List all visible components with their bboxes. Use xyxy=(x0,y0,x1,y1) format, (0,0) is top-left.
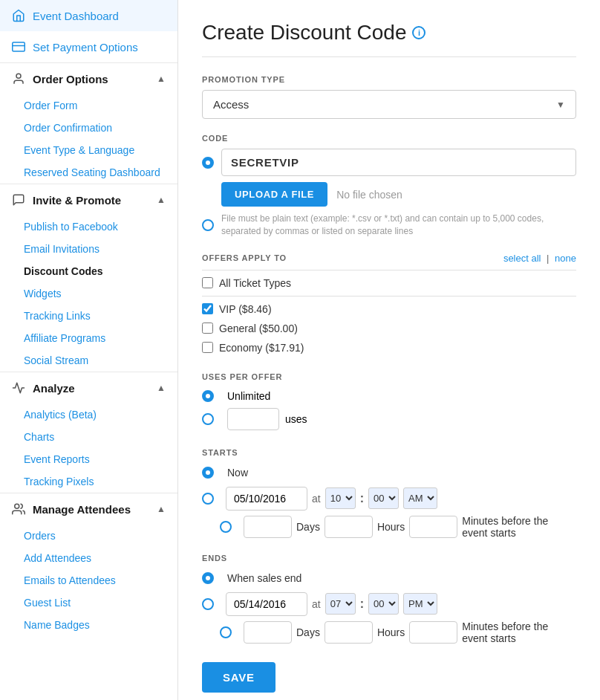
ticket-economy-checkbox[interactable] xyxy=(202,342,213,353)
chevron-up-icon-analyze: ▲ xyxy=(157,383,166,393)
add-attendees-item[interactable]: Add Attendees xyxy=(0,547,177,569)
publish-facebook-item[interactable]: Publish to Facebook xyxy=(0,215,177,238)
sidebar-label-set-payment: Set Payment Options xyxy=(33,41,138,54)
starts-hours-input[interactable] xyxy=(325,516,373,538)
reserved-seating-item[interactable]: Reserved Seating Dashboard xyxy=(0,161,177,184)
sidebar-section-header-order-options[interactable]: Order Options ▲ xyxy=(0,63,177,94)
select-all-link[interactable]: select all xyxy=(503,253,541,264)
starts-label: STARTS xyxy=(202,448,576,457)
promotion-type-label: PROMOTION TYPE xyxy=(202,75,576,84)
ends-days-row: Days Hours Minutes before the event star… xyxy=(220,620,576,644)
ends-hours-input[interactable] xyxy=(325,621,373,644)
none-link[interactable]: none xyxy=(555,253,576,264)
ticket-general-label: General ($50.00) xyxy=(219,323,298,334)
unlimited-radio[interactable] xyxy=(202,390,214,402)
code-input[interactable] xyxy=(221,149,576,176)
upload-file-button[interactable]: UPLOAD A FILE xyxy=(221,182,327,207)
sidebar-section-order-options: Order Options ▲ Order Form Order Confirm… xyxy=(0,62,177,184)
charts-item[interactable]: Charts xyxy=(0,426,177,448)
ends-ampm-select[interactable]: AM PM xyxy=(403,593,437,615)
file-radio[interactable] xyxy=(202,219,214,231)
social-stream-item[interactable]: Social Stream xyxy=(0,349,177,372)
starts-days-input[interactable] xyxy=(244,516,292,538)
file-radio-row: File must be plain text (example: *.csv … xyxy=(202,213,576,238)
order-confirmation-item[interactable]: Order Confirmation xyxy=(0,117,177,139)
chevron-up-icon-manage: ▲ xyxy=(157,504,166,514)
promotion-type-dropdown[interactable]: Access ▼ xyxy=(202,90,576,119)
event-type-language-item[interactable]: Event Type & Language xyxy=(0,139,177,161)
ticket-vip-checkbox[interactable] xyxy=(202,303,213,314)
ends-label: ENDS xyxy=(202,554,576,563)
starts-at-label: at xyxy=(312,493,321,505)
sidebar-section-header-invite-promote[interactable]: Invite & Promote ▲ xyxy=(0,184,177,215)
uses-count-radio[interactable] xyxy=(202,413,214,425)
starts-hour-select[interactable]: 10 xyxy=(325,487,356,509)
ticket-all-row: All Ticket Types xyxy=(202,273,576,293)
info-icon[interactable]: i xyxy=(412,26,425,39)
ends-when-radio[interactable] xyxy=(202,572,214,584)
ends-date-radio[interactable] xyxy=(202,598,214,610)
svg-point-3 xyxy=(15,504,19,508)
sidebar: Event Dashboard Set Payment Options Orde… xyxy=(0,0,178,700)
starts-min-select[interactable]: 00 xyxy=(368,487,399,509)
widgets-item[interactable]: Widgets xyxy=(0,282,177,305)
save-button[interactable]: SAVE xyxy=(202,662,275,693)
uses-count-row: uses xyxy=(202,405,576,433)
offers-links: select all | none xyxy=(503,253,576,264)
sidebar-section-header-manage-attendees[interactable]: Manage Attendees ▲ xyxy=(0,493,177,525)
tracking-links-item[interactable]: Tracking Links xyxy=(0,305,177,327)
affiliate-programs-item[interactable]: Affiliate Programs xyxy=(0,327,177,349)
ends-days-radio[interactable] xyxy=(220,626,232,638)
ends-minutes-label: Minutes before the event starts xyxy=(462,620,576,644)
uses-count-input[interactable] xyxy=(227,408,279,430)
sidebar-section-invite-promote: Invite & Promote ▲ Publish to Facebook E… xyxy=(0,184,177,372)
ticket-all-label: All Ticket Types xyxy=(219,277,291,289)
name-badges-item[interactable]: Name Badges xyxy=(0,614,177,636)
emails-to-attendees-item[interactable]: Emails to Attendees xyxy=(0,569,177,592)
starts-ampm-select[interactable]: AM PM xyxy=(403,487,437,509)
no-file-label: No file chosen xyxy=(336,189,402,201)
ends-minutes-input[interactable] xyxy=(409,621,457,644)
ends-min-select[interactable]: 00 xyxy=(368,593,399,615)
tracking-pixels-item[interactable]: Tracking Pixels xyxy=(0,470,177,493)
event-reports-item[interactable]: Event Reports xyxy=(0,448,177,470)
credit-card-icon xyxy=(12,40,25,54)
starts-date-input[interactable] xyxy=(226,487,307,511)
page-title: Create Discount Code i xyxy=(202,21,576,57)
ends-days-input[interactable] xyxy=(244,621,292,644)
ends-hours-label: Hours xyxy=(377,626,405,638)
sidebar-label-event-dashboard: Event Dashboard xyxy=(33,10,119,22)
ends-when-sales-end-row: When sales end xyxy=(202,568,576,588)
starts-days-label: Days xyxy=(296,521,320,533)
guest-list-item[interactable]: Guest List xyxy=(0,592,177,614)
starts-minutes-input[interactable] xyxy=(409,516,457,538)
ends-date-input[interactable] xyxy=(226,592,307,616)
svg-point-2 xyxy=(16,74,21,78)
house-icon xyxy=(12,9,25,22)
ticket-all-checkbox[interactable] xyxy=(202,277,213,288)
sidebar-section-header-analyze[interactable]: Analyze ▲ xyxy=(0,372,177,404)
email-invitations-item[interactable]: Email Invitations xyxy=(0,238,177,260)
starts-date-row: at 10 : 00 AM PM xyxy=(202,487,576,511)
sidebar-item-set-payment-options[interactable]: Set Payment Options xyxy=(0,31,177,62)
chart-icon xyxy=(12,381,25,395)
starts-days-row: Days Hours Minutes before the event star… xyxy=(220,515,576,539)
order-form-item[interactable]: Order Form xyxy=(0,94,177,117)
analytics-beta-item[interactable]: Analytics (Beta) xyxy=(0,404,177,426)
orders-item[interactable]: Orders xyxy=(0,525,177,547)
ticket-general-checkbox[interactable] xyxy=(202,323,213,334)
discount-codes-item[interactable]: Discount Codes xyxy=(0,260,177,282)
ends-at-label: at xyxy=(312,598,321,610)
starts-date-radio[interactable] xyxy=(202,493,214,505)
sidebar-item-event-dashboard[interactable]: Event Dashboard xyxy=(0,0,177,31)
ticket-vip-label: VIP ($8.46) xyxy=(219,303,272,315)
ticket-economy-label: Economy ($17.91) xyxy=(219,342,304,354)
ends-hour-select[interactable]: 07 xyxy=(325,593,356,615)
offers-divider xyxy=(202,270,576,270)
ticket-vip-row: VIP ($8.46) xyxy=(202,299,576,319)
starts-now-radio[interactable] xyxy=(202,467,214,479)
unlimited-row: Unlimited xyxy=(202,387,576,405)
code-radio-selected[interactable] xyxy=(202,157,214,169)
starts-days-radio[interactable] xyxy=(220,521,232,533)
starts-now-label: Now xyxy=(227,467,248,479)
